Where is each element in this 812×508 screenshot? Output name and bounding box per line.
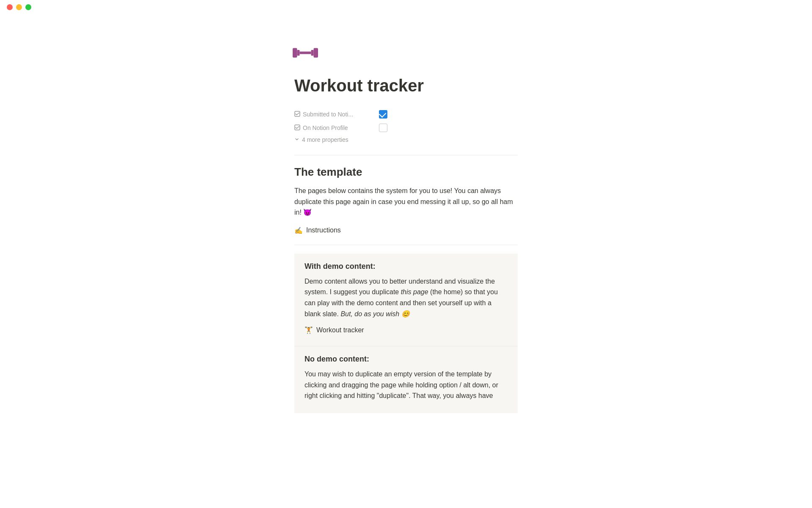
properties-section: Submitted to Noti... On Notion Profile [294,108,518,145]
no-demo-heading: No demo content: [304,355,508,364]
property-row-notion-profile: On Notion Profile [294,121,518,135]
svg-rect-2 [300,52,311,54]
checkbox-icon-2 [294,124,300,132]
template-body: The pages below contains the system for … [294,185,518,218]
with-demo-body: Demo content allows you to better unders… [304,276,508,319]
close-button[interactable] [7,4,13,10]
workout-tracker-link[interactable]: 🏋 Workout tracker [304,324,508,336]
more-properties-label: 4 more properties [302,136,348,143]
main-content: Workout tracker Submitted to Noti... [254,0,558,430]
property-value-notion-profile[interactable] [379,124,387,132]
property-value-submitted[interactable] [379,110,387,119]
with-demo-section: With demo content: Demo content allows y… [294,254,518,346]
property-label-submitted: Submitted to Noti... [294,111,379,118]
page-title: Workout tracker [294,75,518,96]
chevron-down-icon [294,137,299,143]
property-label-notion-profile: On Notion Profile [294,124,379,132]
instructions-label: Instructions [306,226,341,234]
instructions-link[interactable]: ✍️ Instructions [294,225,518,236]
svg-rect-1 [297,50,300,56]
svg-rect-0 [293,48,297,58]
dumbbell-icon [293,42,318,64]
titlebar [0,0,812,14]
template-heading: The template [294,166,518,179]
this-page-italic: this page [401,288,428,295]
template-divider [294,245,518,245]
svg-rect-3 [311,50,314,56]
no-demo-body: You may wish to duplicate an empty versi… [304,369,508,401]
checkbox-icon [294,111,300,118]
instructions-icon: ✍️ [294,226,303,235]
property-row-submitted: Submitted to Noti... [294,108,518,121]
maximize-button[interactable] [25,4,31,10]
with-demo-heading: With demo content: [304,262,508,271]
template-section: The template The pages below contains th… [294,166,518,236]
do-as-you-wish-italic: But, do as you wish 😊 [340,310,409,318]
checkbox-unchecked-notion-profile[interactable] [379,124,387,132]
submitted-label: Submitted to Noti... [303,111,353,118]
workout-tracker-label: Workout tracker [316,326,364,334]
properties-divider [294,155,518,155]
more-properties-toggle[interactable]: 4 more properties [294,135,518,145]
no-demo-section: No demo content: You may wish to duplica… [294,346,518,413]
svg-rect-4 [314,48,318,58]
page-icon [293,42,518,65]
minimize-button[interactable] [16,4,22,10]
workout-tracker-icon: 🏋 [304,326,313,334]
notion-profile-label: On Notion Profile [303,124,348,131]
checkbox-checked-submitted[interactable] [379,110,387,119]
